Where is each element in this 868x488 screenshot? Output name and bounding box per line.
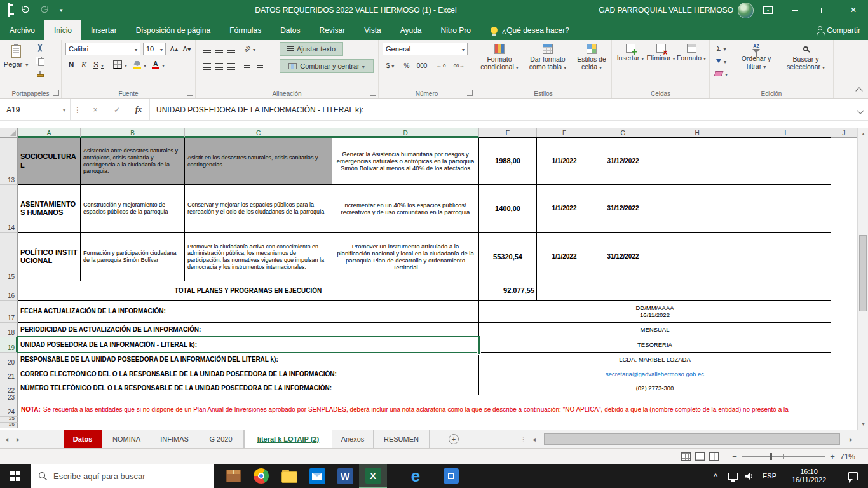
cell-I14[interactable] xyxy=(740,185,831,233)
bold-button[interactable]: N xyxy=(65,59,77,71)
taskbar-icon-file-explorer[interactable] xyxy=(275,464,303,488)
share-button[interactable]: Compartir xyxy=(818,20,860,40)
align-middle-icon[interactable] xyxy=(213,43,224,55)
insert-cells-button[interactable]: Insertar xyxy=(616,42,645,85)
row-header-17[interactable]: 17 xyxy=(0,301,18,323)
hscroll-right-icon[interactable]: ▸ xyxy=(850,430,853,448)
cell-info-label-18[interactable]: PERIODICIDAD DE ACTUALIZACIÓN DE LA INFO… xyxy=(18,323,479,337)
font-color-icon[interactable]: A xyxy=(151,59,166,71)
display-icon[interactable] xyxy=(724,464,741,488)
cell-info-value-17[interactable]: DD/MM/AAAA 16/11/2022 xyxy=(479,301,831,323)
taskbar-icon-app[interactable] xyxy=(437,464,465,488)
align-right-icon[interactable] xyxy=(225,60,236,72)
cell-D15[interactable]: Promover un instrumento articulado a la … xyxy=(332,233,479,281)
select-all-corner[interactable] xyxy=(0,128,18,138)
tab-revisar[interactable]: Revisar xyxy=(310,20,355,40)
col-header-E[interactable]: E xyxy=(479,128,537,138)
sheet-tab-infimas[interactable]: INFIMAS xyxy=(151,430,198,448)
cell-B14[interactable]: Construcción y mejoramiento de espacios … xyxy=(81,185,185,233)
zoom-slider-thumb[interactable] xyxy=(770,453,772,460)
cell-D13[interactable]: Generar la Asistencia humanitaria por ri… xyxy=(332,138,479,185)
paste-button[interactable]: Pegar xyxy=(2,41,30,85)
maximize-button[interactable] xyxy=(810,0,839,20)
undo-icon[interactable] xyxy=(20,4,30,16)
tell-me-box[interactable]: ¿Qué desea hacer? xyxy=(480,20,580,40)
row-header-21[interactable]: 21 xyxy=(0,367,18,381)
cell-info-value-18[interactable]: MENSUAL xyxy=(479,323,831,337)
dialog-launcher[interactable] xyxy=(370,90,376,96)
increase-indent-icon[interactable] xyxy=(254,60,266,72)
minimize-button[interactable] xyxy=(780,0,810,20)
row-header-18[interactable]: 18 xyxy=(0,323,18,337)
cell-styles-button[interactable]: Estilos de celda xyxy=(573,42,610,85)
zoom-out-icon[interactable]: − xyxy=(729,451,740,461)
scroll-down-icon[interactable]: ▾ xyxy=(858,419,868,430)
cell-E15[interactable]: 55320,54 xyxy=(479,233,537,281)
cell-E13[interactable]: 1988,00 xyxy=(479,138,537,185)
sheet-tab-g2020[interactable]: G 2020 xyxy=(198,430,244,448)
email-link[interactable]: secretaria@gadvallehermoso.gob.ec xyxy=(479,367,831,381)
taskbar-icon-word[interactable]: W xyxy=(331,464,359,488)
fill-color-icon[interactable] xyxy=(132,59,148,71)
collapse-ribbon-icon[interactable] xyxy=(855,87,862,94)
row-header-20[interactable]: 20 xyxy=(0,353,18,367)
horizontal-scroll-thumb[interactable] xyxy=(544,433,840,445)
format-as-table-button[interactable]: Dar formato como tabla xyxy=(524,42,572,85)
cell-F15[interactable]: 1/1/2022 xyxy=(537,233,592,281)
tab-archivo[interactable]: Archivo xyxy=(0,20,44,40)
redo-icon[interactable] xyxy=(40,4,50,16)
cell-info-value-19[interactable]: TESORERÍA xyxy=(479,337,831,353)
tab-datos[interactable]: Datos xyxy=(271,20,309,40)
align-top-icon[interactable] xyxy=(201,43,212,55)
taskbar-icon-excel-active[interactable]: X xyxy=(359,464,387,488)
name-box[interactable]: A19 xyxy=(0,99,58,120)
col-header-J[interactable]: J xyxy=(831,128,857,138)
percent-icon[interactable]: % xyxy=(402,60,412,71)
cell-info-label-21[interactable]: CORREO ELECTRÓNICO DEL O LA RESPONSABLE … xyxy=(18,367,479,381)
decrease-indent-icon[interactable] xyxy=(241,60,253,72)
tab-inicio[interactable]: Inicio xyxy=(44,20,81,40)
col-header-I[interactable]: I xyxy=(740,128,831,138)
italic-button[interactable]: K xyxy=(78,59,90,71)
row-header-16[interactable]: 16 xyxy=(0,281,18,301)
taskbar-clock[interactable]: 16:10 16/11/2022 xyxy=(783,464,835,488)
align-left-icon[interactable] xyxy=(201,60,212,72)
cancel-icon[interactable]: × xyxy=(85,105,106,114)
vertical-scroll-thumb[interactable] xyxy=(859,235,867,311)
language-indicator[interactable]: ESP xyxy=(759,464,780,488)
row-header-24[interactable]: 24 xyxy=(0,402,18,417)
cell-B15[interactable]: Formación y participación ciudadana de l… xyxy=(81,233,185,281)
taskbar-icon-mail[interactable] xyxy=(303,464,331,488)
sheet-tab-nomina[interactable]: NOMINA xyxy=(102,430,151,448)
page-layout-view-icon[interactable] xyxy=(695,452,705,461)
close-button[interactable]: × xyxy=(839,0,868,20)
conditional-formatting-button[interactable]: Formato condicional xyxy=(477,42,522,85)
row-header-15[interactable]: 15 xyxy=(0,233,18,281)
cell-I15[interactable] xyxy=(740,233,831,281)
fill-icon[interactable] xyxy=(714,55,729,67)
font-name-select[interactable]: Calibri xyxy=(65,43,140,55)
cell-A15[interactable]: POLÍTICO INSTITUCIONAL xyxy=(18,233,81,281)
zoom-slider[interactable] xyxy=(742,456,825,457)
merge-center-button[interactable]: Combinar y centrar xyxy=(280,59,374,73)
clear-icon[interactable] xyxy=(714,68,729,79)
cell-info-value-20[interactable]: LCDA. MARIBEL LOZADA xyxy=(479,353,831,367)
start-button[interactable] xyxy=(0,464,31,488)
normal-view-icon[interactable] xyxy=(681,452,691,461)
cell-F13[interactable]: 1/1/2022 xyxy=(537,138,592,185)
tab-formulas[interactable]: Fórmulas xyxy=(220,20,271,40)
currency-icon[interactable]: $ xyxy=(383,60,398,71)
col-header-F[interactable]: F xyxy=(537,128,592,138)
tab-vista[interactable]: Vista xyxy=(355,20,390,40)
cell-B13[interactable]: Asistencia ante desastres naturales y an… xyxy=(81,138,185,185)
scroll-up-icon[interactable]: ▴ xyxy=(858,128,868,139)
cell-info-label-17[interactable]: FECHA ACTUALIZACIÓN DE LA INFORMACIÓN: xyxy=(18,301,479,323)
taskbar-icon-edge[interactable]: e xyxy=(402,464,430,488)
row-header-14[interactable]: 14 xyxy=(0,185,18,233)
underline-button[interactable]: S xyxy=(91,59,106,71)
cut-icon[interactable] xyxy=(34,43,46,54)
sort-filter-button[interactable]: AZ Ordenar y filtrar xyxy=(733,42,780,85)
zoom-level[interactable]: 71% xyxy=(840,449,855,464)
format-cells-button[interactable]: Formato xyxy=(677,42,706,85)
cell-A14[interactable]: ASENTAMIENTOS HUMANOS xyxy=(18,185,81,233)
